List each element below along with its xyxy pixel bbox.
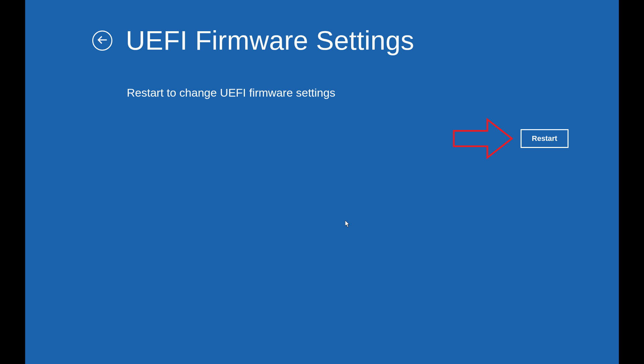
page-title: UEFI Firmware Settings (126, 25, 414, 56)
header: UEFI Firmware Settings (92, 25, 414, 56)
arrow-left-icon (96, 34, 108, 47)
cursor-icon (345, 220, 351, 228)
page-subtitle: Restart to change UEFI firmware settings (127, 86, 335, 99)
restart-button[interactable]: Restart (521, 129, 569, 148)
restart-button-label: Restart (532, 134, 557, 143)
annotation-arrow-icon (452, 117, 514, 160)
back-button[interactable] (92, 31, 112, 51)
recovery-screen: UEFI Firmware Settings Restart to change… (25, 0, 619, 364)
